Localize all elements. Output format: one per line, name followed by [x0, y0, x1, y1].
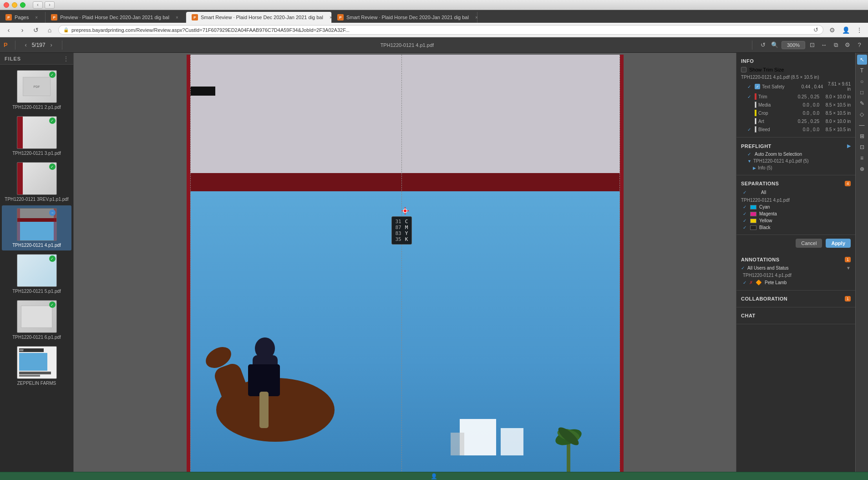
apply-button[interactable]: Apply [826, 239, 851, 248]
svg-point-4 [255, 337, 275, 359]
tool-pencil[interactable]: ✎ [857, 98, 867, 108]
info-section-title: INFO [741, 58, 851, 64]
collaboration-title: COLLABORATION [741, 296, 843, 301]
preflight-expand-icon[interactable]: ▶ [847, 143, 851, 149]
label-trim: Trim [758, 94, 790, 99]
url-profile-button[interactable]: 👤 [841, 25, 851, 35]
annot-all-users-row[interactable]: ✓ All Users and Status ▼ [736, 264, 855, 272]
show-trim-checkbox[interactable] [741, 67, 746, 72]
tool-text[interactable]: T [857, 66, 867, 76]
sep-row-magenta: ✓ Magenta [736, 210, 855, 217]
info-section-header[interactable]: INFO [736, 56, 855, 66]
color-tooltip: 31C 87M 83Y 35K [391, 216, 412, 245]
browser-tab-pages[interactable]: P Pages × [0, 12, 46, 23]
main-layout: FILES ⋮ PDF ✓ TPH1220-0121 2.p1.pdf [0, 53, 868, 472]
file-item-1[interactable]: PDF ✓ TPH1220-0121 2.p1.pdf [2, 67, 71, 112]
file-thumb-7: ZZZ [17, 346, 57, 379]
checkbox-textsafety[interactable]: ✓ [755, 84, 760, 89]
tab-close-pages[interactable]: × [33, 14, 40, 20]
file-item-5[interactable]: ✓ TPH1220-0121 5.p1.pdf [2, 251, 71, 296]
page-nav-arrows: ‹ 5/197 › [21, 40, 56, 50]
minimize-button[interactable] [12, 2, 17, 8]
tool-measure[interactable]: ≡ [857, 153, 867, 163]
files-menu-button[interactable]: ⋮ [63, 56, 69, 62]
url-back-button[interactable]: ‹ [4, 25, 14, 35]
preflight-header[interactable]: PREFLIGHT ▶ [736, 141, 855, 151]
values-textsafety: 0.44 , 0.44 [796, 84, 823, 89]
url-extensions-button[interactable]: ⚙ [827, 25, 837, 35]
tab-close-smart2[interactable]: × [473, 14, 480, 20]
show-trim-row[interactable]: Show Trim Size [736, 66, 855, 74]
info-file-label: TPH1220-0121 4.p1.pdf (8.5 × 10.5 in) [736, 74, 855, 81]
page-counter: 5/197 [32, 40, 46, 50]
size-trim: 8.0 × 10.0 in [821, 94, 851, 99]
tool-cursor[interactable]: ↖ [857, 55, 867, 65]
page-next-button[interactable]: › [46, 40, 56, 50]
size-media: 8.5 × 10.5 in [821, 102, 851, 107]
annot-expand-arrow[interactable]: ▼ [846, 266, 851, 271]
file-item-2[interactable]: ✓ TPH1220-0121 3.p1.pdf [2, 113, 71, 158]
canvas-area[interactable]: 31C 87M 83Y 35K [74, 53, 736, 472]
tab-favicon-smart2: P [337, 14, 344, 20]
page-prev-button[interactable]: ‹ [21, 40, 31, 50]
separations-title: SEPARATIONS [741, 181, 843, 186]
palm-tree [551, 419, 587, 472]
browser-tab-smart-review-2[interactable]: P Smart Review · Plaid Horse Dec 2020-Ja… [332, 12, 477, 23]
annotations-header[interactable]: ANNOTATIONS 1 [736, 255, 855, 264]
tool-add[interactable]: ⊕ [857, 164, 867, 174]
annot-all-check: ✓ [741, 266, 745, 271]
info-row-textsafety: ✓ ✓ Text Safety 0.44 , 0.44 7.61 × 9.61 … [736, 81, 855, 92]
files-panel: FILES ⋮ PDF ✓ TPH1220-0121 2.p1.pdf [0, 53, 74, 472]
tool-line[interactable]: — [857, 120, 867, 130]
url-forward-button[interactable]: › [17, 25, 27, 35]
crosshair-marker[interactable] [401, 207, 409, 214]
url-input-wrapper[interactable]: 🔒 prepress.bayardprinting.com/Review/Rev… [58, 25, 823, 35]
url-menu-button[interactable]: ⋮ [854, 25, 864, 35]
file-item-7[interactable]: ZZZ ZEPPELIN FARMS [2, 343, 71, 388]
tool-rect[interactable]: □ [857, 87, 867, 97]
svg-rect-6 [259, 392, 269, 428]
maximize-button[interactable] [20, 2, 25, 8]
tool-ellipse[interactable]: ○ [857, 77, 867, 87]
tooltip-y-channel: Y [405, 230, 408, 236]
file-item-3[interactable]: ✓ TPH1220-0121 3REV.p1.p1.pdf [2, 159, 71, 204]
preflight-file-item[interactable]: ▼ TPH1220-0121 4.p1.pdf (5) [736, 158, 855, 164]
compare-button[interactable]: ⧉ [831, 40, 841, 50]
black-strip [190, 87, 215, 96]
chat-section: CHAT [736, 307, 855, 324]
show-trim-label: Show Trim Size [749, 67, 784, 72]
tool-grid[interactable]: ⊞ [857, 131, 867, 141]
media-color-bar [755, 102, 756, 108]
settings-button[interactable]: ⚙ [843, 40, 853, 50]
fit-width-button[interactable]: ↔ [819, 40, 829, 50]
collaboration-header[interactable]: COLLABORATION 1 [736, 294, 855, 303]
browser-tab-smart-review-1[interactable]: P Smart Review · Plaid Horse Dec 2020-Ja… [186, 12, 332, 23]
file-item-4[interactable]: → TPH1220-0121 4.p1.pdf [2, 205, 71, 250]
tool-zoom[interactable]: ⊡ [857, 142, 867, 152]
url-refresh-button[interactable]: ↺ [31, 25, 41, 35]
info-row-trim: ✓ Trim 0.25 , 0.25 8.0 × 10.0 in [736, 92, 855, 101]
url-home-button[interactable]: ⌂ [45, 25, 55, 35]
fit-page-button[interactable]: ⊡ [807, 40, 817, 50]
preflight-file-label: TPH1220-0121 4.p1.pdf (5) [753, 158, 809, 163]
refresh-button[interactable]: ↺ [758, 40, 768, 50]
file-item-6[interactable]: ✓ TPH1220-0121 6.p1.pdf [2, 297, 71, 342]
annot-user-check: ✓ [743, 280, 746, 285]
zoom-out-button[interactable]: 🔍 [770, 40, 780, 50]
left-border-horse [187, 191, 190, 472]
separations-header[interactable]: SEPARATIONS 4 [736, 179, 855, 188]
tab-close-preview[interactable]: × [174, 14, 180, 20]
preflight-info-item[interactable]: ▶ Info (5) [736, 164, 855, 171]
info-row-art: ✓ Art 0.25 , 0.25 8.0 × 10.0 in [736, 117, 855, 125]
nav-back-button[interactable]: ‹ [33, 1, 43, 9]
help-button[interactable]: ? [854, 40, 864, 50]
close-button[interactable] [4, 2, 9, 8]
cancel-button[interactable]: Cancel [796, 239, 822, 248]
tool-diamond[interactable]: ◇ [857, 109, 867, 119]
file-thumb-1: PDF ✓ [17, 70, 57, 103]
chat-header[interactable]: CHAT [736, 311, 855, 320]
browser-tab-preview[interactable]: P Preview · Plaid Horse Dec 2020-Jan 202… [46, 12, 186, 23]
zoom-input[interactable] [782, 41, 805, 49]
nav-forward-button[interactable]: › [45, 1, 55, 9]
sep-check-yellow: ✓ [743, 218, 747, 223]
